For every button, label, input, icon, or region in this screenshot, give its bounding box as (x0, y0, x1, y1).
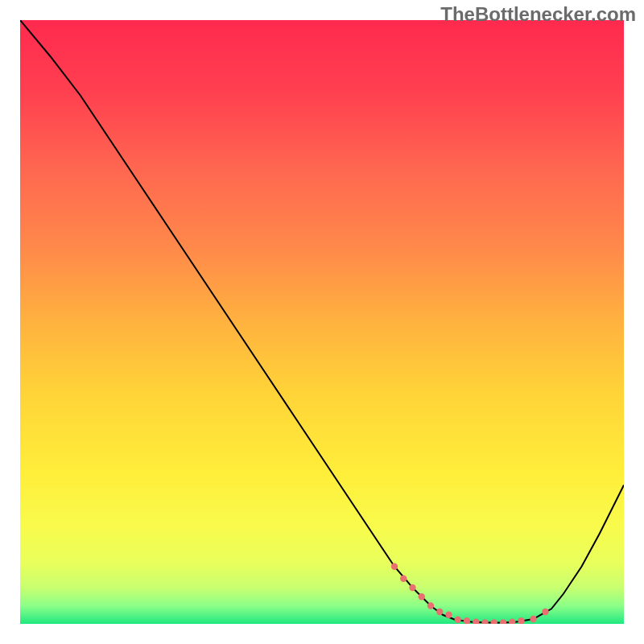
highlight-dot (419, 593, 425, 600)
highlight-dot (400, 576, 407, 582)
watermark-text: TheBottlenecker.com (440, 3, 636, 26)
highlight-dot (542, 609, 548, 615)
chart-container: TheBottlenecker.com (0, 0, 644, 644)
highlight-dot (409, 584, 415, 591)
highlight-dot (445, 612, 452, 618)
gradient-background (20, 20, 624, 624)
highlight-dot (436, 609, 443, 615)
highlight-dot (455, 617, 461, 623)
chart-svg (20, 20, 624, 624)
highlight-dot (391, 564, 398, 570)
plot-area (20, 20, 624, 624)
highlight-dot (530, 616, 536, 622)
highlight-dot (427, 602, 434, 609)
